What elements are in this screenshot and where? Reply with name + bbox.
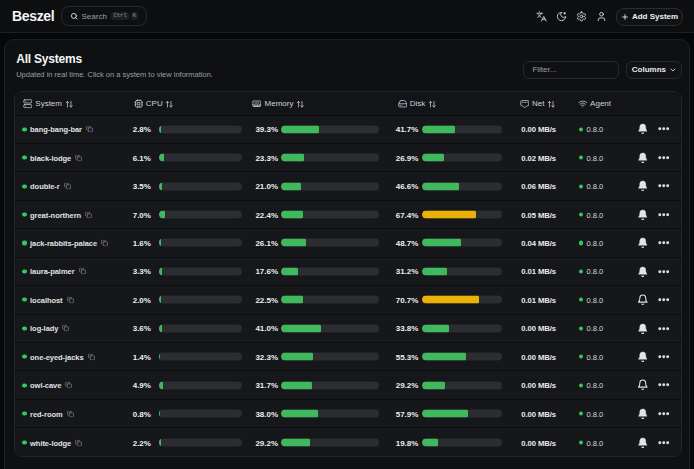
agent-status-dot: [579, 127, 583, 131]
table-row[interactable]: great-northern 7.0% 22.4% 67.4% 0.05 MB/…: [15, 201, 681, 229]
alerts-button[interactable]: [633, 376, 651, 394]
cpu-meter: [159, 324, 242, 332]
alerts-button[interactable]: [633, 348, 651, 366]
cpu-value: 4.9%: [133, 381, 156, 390]
app-logo[interactable]: Beszel: [12, 8, 54, 24]
copy-icon[interactable]: [65, 382, 72, 389]
alerts-button[interactable]: [633, 120, 651, 138]
bell-icon: [637, 266, 649, 278]
copy-icon[interactable]: [67, 296, 74, 303]
row-actions-button[interactable]: [654, 206, 672, 224]
row-actions-button[interactable]: [654, 149, 672, 167]
net-value: 0.01 MB/s: [521, 267, 556, 276]
disk-meter-fill: [422, 182, 459, 190]
columns-button[interactable]: Columns: [626, 61, 682, 80]
alerts-button[interactable]: [633, 434, 651, 452]
net-cell: 0.01 MB/s: [521, 295, 556, 304]
status-dot: [22, 412, 26, 416]
table-row[interactable]: one-eyed-jacks 1.4% 32.3% 55.3% 0.00 MB/…: [15, 343, 681, 371]
copy-icon[interactable]: [86, 126, 93, 133]
status-dot: [22, 298, 26, 302]
theme-toggle-button[interactable]: [551, 7, 571, 27]
row-actions-button[interactable]: [654, 120, 672, 138]
column-header-cpu[interactable]: CPU: [134, 92, 174, 116]
cpu-meter-fill: [159, 125, 161, 133]
copy-icon[interactable]: [67, 410, 74, 417]
memory-meter-fill: [281, 154, 304, 162]
copy-icon[interactable]: [88, 353, 95, 360]
memory-meter-fill: [281, 381, 312, 389]
memory-value: 29.2%: [255, 438, 277, 447]
table-row[interactable]: red-room 0.8% 38.0% 57.9% 0.00 MB/s 0.8.…: [15, 400, 681, 428]
row-actions-button[interactable]: [654, 405, 672, 423]
alerts-button[interactable]: [633, 262, 651, 280]
alerts-button[interactable]: [633, 177, 651, 195]
net-value: 0.00 MB/s: [521, 409, 556, 418]
filter-input[interactable]: [523, 61, 619, 80]
agent-cell: 0.8.0: [579, 210, 604, 219]
alerts-button[interactable]: [633, 149, 651, 167]
column-header-system[interactable]: System: [23, 92, 73, 116]
agent-cell: 0.8.0: [579, 324, 604, 333]
system-cell: laura-palmer: [22, 267, 85, 276]
column-header-net[interactable]: Net: [520, 92, 556, 116]
disk-value: 26.9%: [396, 153, 418, 162]
table-row[interactable]: double-r 3.5% 21.0% 46.6% 0.06 MB/s 0.8.…: [15, 172, 681, 200]
copy-icon[interactable]: [62, 325, 69, 332]
copy-icon[interactable]: [75, 439, 82, 446]
alerts-button[interactable]: [633, 405, 651, 423]
system-name: one-eyed-jacks: [30, 352, 84, 361]
row-actions-button[interactable]: [654, 262, 672, 280]
row-actions-button[interactable]: [654, 434, 672, 452]
copy-icon[interactable]: [64, 183, 71, 190]
alerts-button[interactable]: [633, 291, 651, 309]
search-input[interactable]: Search Ctrl K: [61, 6, 147, 26]
disk-cell: 57.9%: [396, 409, 502, 418]
ethernet-icon: [520, 99, 530, 109]
cpu-meter-fill: [159, 239, 160, 247]
ellipsis-icon: [657, 293, 671, 307]
add-system-button[interactable]: Add System: [616, 8, 683, 26]
copy-icon[interactable]: [85, 211, 92, 218]
alerts-button[interactable]: [633, 319, 651, 337]
cpu-icon: [134, 99, 144, 109]
table-row[interactable]: bang-bang-bar 2.8% 39.3% 41.7% 0.00 MB/s…: [15, 116, 681, 144]
table-row[interactable]: localhost 2.0% 22.5% 70.7% 0.01 MB/s 0.8…: [15, 286, 681, 314]
user-button[interactable]: [591, 7, 611, 27]
table-row[interactable]: laura-palmer 3.3% 17.6% 31.2% 0.01 MB/s …: [15, 258, 681, 286]
column-header-disk[interactable]: Disk: [398, 92, 437, 116]
row-actions-button[interactable]: [654, 234, 672, 252]
table-row[interactable]: jack-rabbits-palace 1.6% 26.1% 48.7% 0.0…: [15, 229, 681, 257]
row-actions-button[interactable]: [654, 319, 672, 337]
row-actions-button[interactable]: [654, 177, 672, 195]
table-row[interactable]: owl-cave 4.9% 31.7% 29.2% 0.00 MB/s 0.8.…: [15, 371, 681, 399]
ellipsis-icon: [657, 350, 671, 364]
row-actions-button[interactable]: [654, 348, 672, 366]
table-row[interactable]: black-lodge 6.1% 23.3% 26.9% 0.02 MB/s 0…: [15, 144, 681, 172]
sort-icon: [65, 100, 74, 109]
table-row[interactable]: white-lodge 2.2% 29.2% 19.8% 0.00 MB/s 0…: [15, 428, 681, 456]
disk-value: 46.6%: [396, 182, 418, 191]
memory-meter-fill: [281, 439, 310, 447]
alerts-button[interactable]: [633, 206, 651, 224]
memory-cell: 39.3%: [255, 125, 379, 134]
system-cell: double-r: [22, 182, 70, 191]
copy-icon[interactable]: [75, 154, 82, 161]
column-header-memory[interactable]: Memory: [252, 92, 304, 116]
copy-icon[interactable]: [79, 268, 86, 275]
status-dot: [22, 156, 26, 160]
wifi-icon: [578, 99, 588, 109]
language-button[interactable]: [531, 7, 551, 27]
row-actions-button[interactable]: [654, 291, 672, 309]
nav-actions: Add System: [531, 0, 694, 33]
table-row[interactable]: log-lady 3.6% 41.0% 33.8% 0.00 MB/s 0.8.…: [15, 315, 681, 343]
settings-button[interactable]: [571, 7, 591, 27]
agent-status-dot: [579, 326, 583, 330]
memory-value: 22.4%: [255, 210, 277, 219]
cpu-value: 3.5%: [133, 182, 156, 191]
cpu-meter: [159, 239, 242, 247]
system-cell: bang-bang-bar: [22, 125, 93, 134]
alerts-button[interactable]: [633, 234, 651, 252]
row-actions-button[interactable]: [654, 376, 672, 394]
copy-icon[interactable]: [101, 239, 108, 246]
